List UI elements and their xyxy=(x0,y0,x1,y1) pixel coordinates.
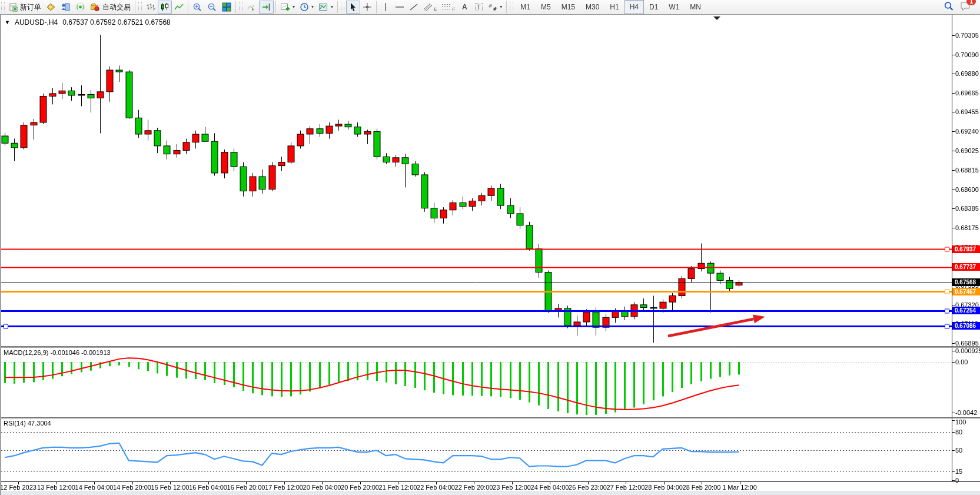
toolbar-separator xyxy=(337,1,338,13)
macd-tick-label: -0.0042 xyxy=(955,409,977,416)
periods-button[interactable]: ▾ xyxy=(297,1,316,14)
macd-name: MACD(12,26,9) xyxy=(4,349,48,356)
new-order-icon xyxy=(9,3,18,12)
mt4-terminal-window: 新订单 自动交易 xyxy=(0,0,980,495)
time-tick-label: 14 Feb 04:00 xyxy=(75,484,114,491)
ohlc-bars-icon xyxy=(146,2,155,12)
window-left-border xyxy=(0,15,1,495)
price-tick-label: 0.70090 xyxy=(955,51,979,58)
timeframe-button-m5[interactable]: M5 xyxy=(536,0,556,14)
cursor-tool-button[interactable] xyxy=(346,1,360,14)
data-window-icon xyxy=(61,2,71,12)
timeframe-button-h1[interactable]: H1 xyxy=(604,0,624,14)
timeframe-button-m15[interactable]: M15 xyxy=(556,0,580,14)
chevron-down-icon[interactable]: ▾ xyxy=(331,5,333,9)
chevron-down-icon[interactable]: ▾ xyxy=(293,5,295,9)
toolbar-separator xyxy=(235,1,236,13)
price-badge-0.67467: 0.67467 xyxy=(952,288,980,295)
price-badge-0.67254: 0.67254 xyxy=(952,307,980,314)
toolbar-grip[interactable] xyxy=(138,2,142,12)
time-tick-label: 16 Feb 20:00 xyxy=(227,484,265,491)
zoom-in-button[interactable] xyxy=(190,1,205,14)
time-tick-label: 26 Feb 23:00 xyxy=(569,484,607,491)
toolbar-grip[interactable] xyxy=(341,2,344,12)
symbol-dropdown-icon[interactable]: ▼ xyxy=(5,19,10,25)
price-tick-label: 0.69025 xyxy=(955,147,979,154)
macd-values: -0.001046 -0.001913 xyxy=(50,349,110,356)
trendline-tool-button[interactable] xyxy=(407,1,421,14)
data-window-button[interactable] xyxy=(58,1,73,14)
chevron-down-icon[interactable]: ▾ xyxy=(500,5,502,9)
price-tick-label: 0.69880 xyxy=(955,70,979,77)
notifications-button[interactable]: 1 xyxy=(960,1,972,14)
template-icon xyxy=(318,2,328,12)
time-tick-label: 23 Feb 12:00 xyxy=(493,484,531,491)
text-label-tool-button[interactable]: T xyxy=(471,1,486,14)
timeframe-button-h4[interactable]: H4 xyxy=(624,0,644,14)
timeframe-button-m30[interactable]: M30 xyxy=(580,0,604,14)
chart-shift-button[interactable] xyxy=(259,1,274,14)
rsi-value: 47.3004 xyxy=(28,420,51,427)
vertical-line-tool-button[interactable] xyxy=(378,1,393,14)
vertical-line-icon xyxy=(383,2,388,12)
toolbar-grip[interactable] xyxy=(239,2,242,12)
navigator-button[interactable] xyxy=(73,1,88,14)
timeframe-button-mn[interactable]: MN xyxy=(685,0,706,14)
toolbar-grip[interactable] xyxy=(1,2,5,12)
templates-button[interactable]: ▾ xyxy=(316,1,335,14)
crosshair-tool-button[interactable] xyxy=(360,1,374,14)
autotrading-button[interactable]: 自动交易 xyxy=(88,1,133,14)
auto-scroll-button[interactable] xyxy=(244,1,259,14)
timeframe-bar: M1M5M15M30H1H4D1W1MN xyxy=(515,0,706,14)
zoom-out-button[interactable] xyxy=(205,1,220,14)
timeframe-button-w1[interactable]: W1 xyxy=(663,0,685,14)
time-tick-label: 28 Feb 20:00 xyxy=(683,484,721,491)
tile-windows-button[interactable] xyxy=(220,1,234,14)
market-watch-button[interactable] xyxy=(44,1,58,14)
price-tick-label: 0.69455 xyxy=(955,108,979,115)
chart-canvas[interactable] xyxy=(0,15,980,495)
time-tick-label: 28 Feb 04:00 xyxy=(645,484,683,491)
time-tick-label: 27 Feb 12:00 xyxy=(607,484,645,491)
autotrading-label: 自动交易 xyxy=(102,2,131,12)
rsi-tick-label: 0 xyxy=(955,477,959,484)
price-tick-label: 0.69240 xyxy=(955,128,979,135)
rsi-label: RSI(14) 47.3004 xyxy=(4,420,51,427)
toolbar-grip[interactable] xyxy=(510,2,513,12)
equidistant-channel-tool-button[interactable]: E xyxy=(421,1,439,14)
chart-ohlc-values: 0.67537 0.67592 0.67521 0.67568 xyxy=(62,18,171,26)
new-order-label: 新订单 xyxy=(20,2,41,12)
line-chart-type-button[interactable] xyxy=(172,1,186,14)
arrow-objects-icon xyxy=(488,2,497,12)
indicators-button[interactable]: ▾ xyxy=(278,1,297,14)
toolbar-separator xyxy=(275,1,276,13)
price-tick-label: 0.66895 xyxy=(955,340,979,347)
text-label-icon: T xyxy=(475,3,483,11)
fibonacci-tool-button[interactable]: F xyxy=(439,1,457,14)
trendline-icon xyxy=(409,2,418,12)
macd-tick-label: 0.00 xyxy=(955,358,968,366)
time-tick-label: 22 Feb 04:00 xyxy=(417,484,455,491)
zoom-out-icon xyxy=(207,2,217,12)
new-order-button[interactable]: 新订单 xyxy=(6,1,44,14)
search-icon[interactable] xyxy=(944,1,954,14)
chevron-down-icon[interactable]: ▾ xyxy=(311,5,314,9)
rsi-tick-label: 15 xyxy=(955,468,962,475)
rsi-name: RSI(14) xyxy=(4,420,26,427)
price-badge-0.67086: 0.67086 xyxy=(952,322,980,330)
candlestick-icon xyxy=(160,2,170,12)
tile-windows-icon xyxy=(222,2,231,12)
candlestick-chart-type-button[interactable] xyxy=(158,1,172,14)
horizontal-line-tool-button[interactable] xyxy=(393,1,407,14)
timeframe-button-d1[interactable]: D1 xyxy=(644,0,663,14)
macd-label: MACD(12,26,9) -0.001046 -0.001913 xyxy=(4,349,111,356)
chart-title: ▼ AUDUSD-,H4 0.67537 0.67592 0.67521 0.6… xyxy=(5,18,171,26)
arrows-tool-button[interactable]: ▾ xyxy=(486,1,504,14)
time-tick-label: 22 Feb 20:00 xyxy=(455,484,493,491)
timeframe-button-m1[interactable]: M1 xyxy=(515,0,536,14)
macd-tick-label: 0.000925 xyxy=(955,347,980,354)
toolbar-separator xyxy=(506,1,507,13)
text-tool-button[interactable]: A xyxy=(457,1,471,14)
cursor-icon xyxy=(349,2,357,12)
bar-chart-type-button[interactable] xyxy=(144,1,158,14)
